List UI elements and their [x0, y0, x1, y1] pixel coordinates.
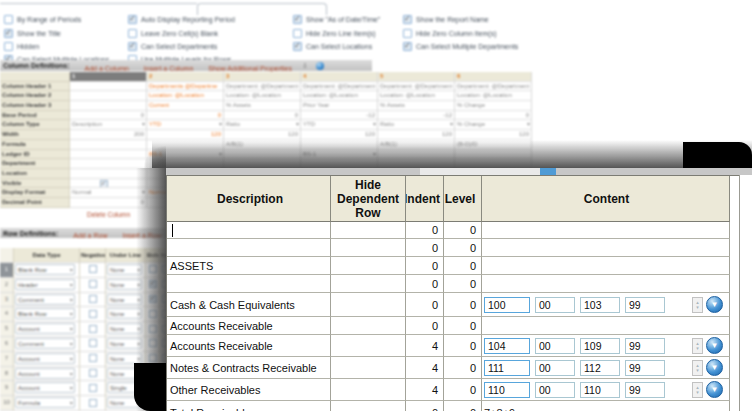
- description-cell[interactable]: Notes & Contracts Receivable: [167, 357, 331, 379]
- indent-cell[interactable]: 0: [406, 401, 444, 411]
- spinner-down-icon[interactable]: ▾: [696, 368, 699, 373]
- negative-checkbox[interactable]: [89, 265, 97, 273]
- export-icon[interactable]: ⇩: [302, 62, 308, 69]
- data-type-dropdown[interactable]: Comment▾: [15, 338, 75, 349]
- rowdef-row-number[interactable]: 5: [0, 322, 14, 337]
- hide-dependent-cell[interactable]: [331, 222, 406, 239]
- negative-checkbox[interactable]: [89, 399, 97, 407]
- description-cell[interactable]: [167, 275, 331, 293]
- content-cell[interactable]: 1110011299▴▾▼: [482, 357, 730, 379]
- scrollbar-thumb[interactable]: [420, 168, 540, 175]
- indent-cell[interactable]: 0: [406, 293, 444, 317]
- account-segment-field[interactable]: 99: [625, 297, 665, 313]
- account-segment-field[interactable]: 112: [580, 360, 620, 376]
- option-checkbox[interactable]: [293, 42, 302, 51]
- content-cell[interactable]: 1040010999▴▾▼: [482, 335, 730, 357]
- description-cell[interactable]: Accounts Receivable: [167, 317, 331, 335]
- lookup-sphere-icon[interactable]: ▼: [706, 296, 723, 313]
- indent-cell[interactable]: 0: [406, 317, 444, 335]
- description-cell[interactable]: Accounts Receivable: [167, 335, 331, 357]
- negative-checkbox[interactable]: [89, 384, 97, 392]
- option-checkbox[interactable]: [4, 15, 13, 24]
- negative-checkbox[interactable]: [89, 295, 97, 303]
- account-segment-field[interactable]: 100: [484, 297, 530, 313]
- account-segment-field[interactable]: 00: [535, 297, 575, 313]
- rowdef-row-number[interactable]: 8: [0, 367, 14, 382]
- content-cell[interactable]: [482, 257, 730, 275]
- indent-cell[interactable]: 4: [406, 335, 444, 357]
- spinner-down-icon[interactable]: ▾: [696, 390, 699, 395]
- rowdef-row-number[interactable]: 7: [0, 352, 14, 367]
- content-cell[interactable]: [482, 275, 730, 293]
- row-definitions-link[interactable]: Add a Row: [73, 232, 107, 239]
- level-cell[interactable]: 0: [444, 275, 482, 293]
- grid-column-number[interactable]: 3: [224, 72, 301, 82]
- spinner-control[interactable]: ▴▾: [692, 297, 703, 313]
- grid-cell[interactable]: Ratio▾: [378, 120, 455, 130]
- rowdef-row-number[interactable]: 6: [0, 337, 14, 352]
- grid-cell[interactable]: YTD▾: [301, 120, 378, 130]
- data-type-dropdown[interactable]: Blank Row▾: [15, 308, 75, 319]
- negative-checkbox[interactable]: [89, 325, 97, 333]
- account-segment-field[interactable]: 104: [484, 338, 530, 354]
- level-cell[interactable]: 0: [444, 379, 482, 401]
- grid-cell[interactable]: Ratio▾: [224, 120, 301, 130]
- option-checkbox[interactable]: [403, 29, 412, 38]
- data-type-dropdown[interactable]: Account▾: [15, 382, 75, 393]
- hide-dependent-cell[interactable]: [331, 357, 406, 379]
- option-checkbox[interactable]: [293, 15, 302, 24]
- rowdef-row-number[interactable]: 1: [0, 263, 14, 278]
- description-cell[interactable]: [167, 239, 331, 257]
- content-cell[interactable]: [482, 222, 730, 239]
- indent-cell[interactable]: 4: [406, 379, 444, 401]
- option-checkbox[interactable]: [128, 42, 137, 51]
- account-segment-field[interactable]: 99: [625, 338, 665, 354]
- indent-cell[interactable]: 0: [406, 257, 444, 275]
- level-cell[interactable]: 0: [444, 317, 482, 335]
- grid-column-number[interactable]: 1: [70, 72, 147, 82]
- lookup-sphere-icon[interactable]: ▼: [706, 359, 723, 376]
- content-cell[interactable]: [482, 239, 730, 257]
- level-cell[interactable]: 0: [444, 335, 482, 357]
- rowdef-row-number[interactable]: 9: [0, 381, 14, 396]
- account-segment-field[interactable]: 111: [484, 360, 530, 376]
- level-cell[interactable]: 0: [444, 357, 482, 379]
- content-cell[interactable]: 7+8+9: [482, 401, 730, 411]
- column-definitions-link[interactable]: Insert a Column: [144, 65, 193, 72]
- hide-dependent-cell[interactable]: [331, 335, 406, 357]
- spinner-down-icon[interactable]: ▾: [696, 346, 699, 351]
- hide-dependent-cell[interactable]: [331, 401, 406, 411]
- hide-dependent-cell[interactable]: [331, 293, 406, 317]
- content-cell[interactable]: 1000010399▴▾▼: [482, 293, 730, 317]
- account-segment-field[interactable]: 00: [535, 338, 575, 354]
- hide-dependent-cell[interactable]: [331, 275, 406, 293]
- level-cell[interactable]: 0: [444, 401, 482, 411]
- level-cell[interactable]: 0: [444, 239, 482, 257]
- spinner-control[interactable]: ▴▾: [692, 382, 703, 398]
- option-checkbox[interactable]: [4, 42, 13, 51]
- level-cell[interactable]: 0: [444, 222, 482, 239]
- content-cell[interactable]: 1100011099▴▾▼: [482, 379, 730, 401]
- lookup-sphere-icon[interactable]: ▼: [706, 381, 723, 398]
- lookup-sphere-icon[interactable]: ▼: [706, 337, 723, 354]
- horizontal-scrollbar[interactable]: [166, 168, 752, 175]
- option-checkbox[interactable]: [4, 29, 13, 38]
- negative-checkbox[interactable]: [89, 369, 97, 377]
- negative-checkbox[interactable]: [89, 339, 97, 347]
- column-definitions-link[interactable]: Add a Column: [85, 65, 129, 72]
- option-checkbox[interactable]: [128, 15, 137, 24]
- indent-cell[interactable]: 0: [406, 239, 444, 257]
- option-checkbox[interactable]: [403, 42, 412, 51]
- account-segment-field[interactable]: 103: [580, 297, 620, 313]
- hide-dependent-cell[interactable]: [331, 257, 406, 275]
- rowdef-row-number[interactable]: 2: [0, 278, 14, 293]
- hide-dependent-cell[interactable]: [331, 239, 406, 257]
- hide-dependent-cell[interactable]: [331, 379, 406, 401]
- description-cell[interactable]: Cash & Cash Equivalents: [167, 293, 331, 317]
- spinner-control[interactable]: ▴▾: [692, 360, 703, 376]
- data-type-dropdown[interactable]: Account▾: [15, 353, 75, 364]
- grid-column-number[interactable]: 4: [301, 72, 378, 82]
- rowdef-row-number[interactable]: 3: [0, 293, 14, 308]
- grid-column-number[interactable]: 5: [378, 72, 455, 82]
- negative-checkbox[interactable]: [89, 354, 97, 362]
